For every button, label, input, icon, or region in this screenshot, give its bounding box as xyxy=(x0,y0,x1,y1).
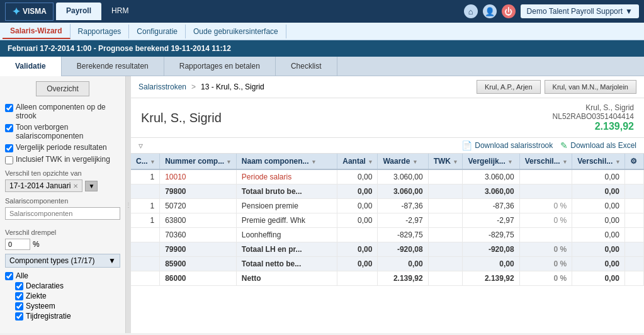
col-header-naam[interactable]: Naam componen... ▾ xyxy=(236,154,337,169)
salariscomponenten-input[interactable] xyxy=(5,207,120,220)
filter-ziekte-checkbox[interactable] xyxy=(15,292,23,300)
col-header-num[interactable]: Nummer comp... ▾ xyxy=(160,154,237,169)
filter-declaraties-label: Declaraties xyxy=(26,281,64,290)
component-types-dropdown-icon: ▼ xyxy=(108,256,116,265)
col-header-verschil1[interactable]: Verschil... ▾ xyxy=(519,154,572,169)
tab-validatie[interactable]: Validatie xyxy=(0,57,62,76)
sub-nav-configuratie[interactable]: Configuratie xyxy=(129,25,186,38)
visma-logo: ✦ VISMA xyxy=(5,3,54,21)
table-row: 85900 Totaal netto be... 0,00 0,00 0,00 … xyxy=(131,257,644,271)
resize-handle[interactable]: ⋮ xyxy=(126,76,131,333)
breadcrumb-separator: > xyxy=(191,82,196,91)
download-salaris-button[interactable]: 📄 Download salarisstrook xyxy=(461,140,553,150)
filter-declaraties-checkbox[interactable] xyxy=(15,282,23,290)
tabs-bar: Validatie Berekende resultaten Rapportag… xyxy=(0,57,644,76)
cell-naam: Loonheffing xyxy=(236,228,337,242)
tab-checklist[interactable]: Checklist xyxy=(276,57,337,76)
prev-person-button[interactable]: Krul, A.P., Arjen xyxy=(477,80,541,94)
cell-twk xyxy=(428,169,463,185)
cell-vergel: 3.060,00 xyxy=(463,169,519,185)
filter-ziekte-label: Ziekte xyxy=(26,292,47,300)
tab-berekende-resultaten[interactable]: Berekende resultaten xyxy=(62,57,164,76)
breadcrumb-current: 13 - Krul, S., Sigrid xyxy=(201,82,264,91)
cell-aantal: 0,00 xyxy=(337,242,378,257)
overzicht-button[interactable]: Overzicht xyxy=(36,81,89,96)
filter-alle-checkbox[interactable] xyxy=(5,272,13,280)
drempel-unit: % xyxy=(33,240,40,249)
cell-aantal xyxy=(337,271,378,286)
checkbox-vergelijk-label: Vergelijk periode resultaten xyxy=(16,143,107,152)
power-icon[interactable]: ⏻ xyxy=(502,4,516,18)
person-info-line2: NL52RABO0351404414 xyxy=(553,112,634,121)
col-header-waarde[interactable]: Waarde ▾ xyxy=(378,154,428,169)
checkbox-vergelijk: Vergelijk periode resultaten xyxy=(5,143,120,152)
verschil-drempel-label: Verschil drempel xyxy=(5,229,120,236)
filter-section: Alle Declaraties Ziekte Systeem Tijdregi… xyxy=(5,271,120,321)
cell-naam: Pensioen premie xyxy=(236,199,337,213)
cell-verschil2: 0,00 xyxy=(572,185,625,199)
drempel-input[interactable] xyxy=(5,239,30,250)
filter-tijdregistratie-checkbox[interactable] xyxy=(15,312,23,321)
cell-c xyxy=(131,185,160,199)
top-navigation: ✦ VISMA Payroll HRM ⌂ 👤 ⏻ Demo Talent Pa… xyxy=(0,0,644,23)
checkbox-vergelijk-input[interactable] xyxy=(5,144,13,152)
data-table: C... ▾ Nummer comp... ▾ Naam componen...… xyxy=(131,154,644,333)
component-types-button[interactable]: Component types (17/17) ▼ xyxy=(5,254,120,268)
cell-gear xyxy=(624,169,643,185)
tab-hrm[interactable]: HRM xyxy=(101,3,138,20)
person-header: Krul, S., Sigrid Krul, S., Sigrid NL52RA… xyxy=(131,98,644,138)
breadcrumb-parent[interactable]: Salarisstroken xyxy=(138,82,186,91)
logo-text: VISMA xyxy=(23,7,47,16)
tab-rapportages-betalen[interactable]: Rapportages en betalen xyxy=(164,57,276,76)
col-header-twk[interactable]: TWK ▾ xyxy=(428,154,463,169)
checkbox-inclusief-twk-input[interactable] xyxy=(5,156,13,164)
cell-naam: Netto xyxy=(236,271,337,286)
cell-c xyxy=(131,271,160,286)
cell-verschil2: 0,00 xyxy=(572,271,625,286)
date-dropdown-button[interactable]: ▼ xyxy=(85,181,98,191)
checkbox-toon-verborgen: Toon verborgen salariscomponenten xyxy=(5,123,120,140)
cell-c xyxy=(131,242,160,257)
cell-naam: Periode salaris xyxy=(236,169,337,185)
main-content: Overzicht Alleen componenten op de stroo… xyxy=(0,76,644,333)
cell-gear xyxy=(624,185,643,199)
col-header-c[interactable]: C... ▾ xyxy=(131,154,160,169)
tab-payroll[interactable]: Payroll xyxy=(56,3,101,20)
cell-aantal: 0,00 xyxy=(337,199,378,213)
dropdown-icon[interactable]: ▼ xyxy=(625,7,633,16)
cell-num: 50720 xyxy=(160,199,237,213)
sub-nav-salaris-wizard[interactable]: Salaris-Wizard xyxy=(3,24,71,39)
cell-verschil1: 0 % xyxy=(519,257,572,271)
filter-systeem-checkbox[interactable] xyxy=(15,302,23,310)
date-badge: 17-1-2014 Januari ✕ xyxy=(5,179,82,192)
filter-alle-label: Alle xyxy=(16,271,28,280)
nav-buttons: Krul, A.P., Arjen Krul, van M.N., Marjol… xyxy=(477,80,636,94)
cell-vergel: 0,00 xyxy=(463,257,519,271)
download-excel-button[interactable]: ✎ Download als Excel xyxy=(560,140,636,150)
salariscomponenten-label: Salariscomponenten xyxy=(5,197,120,205)
checkbox-toon-verborgen-input[interactable] xyxy=(5,124,13,132)
cell-twk xyxy=(428,228,463,242)
cell-num: 86000 xyxy=(160,271,237,286)
col-header-verschil2[interactable]: Verschil... ▾ xyxy=(572,154,625,169)
next-person-button[interactable]: Krul, van M.N., Marjolein xyxy=(545,80,636,94)
users-icon[interactable]: 👤 xyxy=(483,4,497,18)
house-icon[interactable]: ⌂ xyxy=(464,4,478,18)
demo-label-text: Demo Talent Payroll Support xyxy=(527,7,623,16)
sub-nav-rapportages[interactable]: Rapportages xyxy=(71,25,130,38)
col-header-aantal[interactable]: Aantal ▾ xyxy=(337,154,378,169)
person-info: Krul, S., Sigrid NL52RABO0351404414 2.13… xyxy=(553,103,634,132)
filter-declaraties: Declaraties xyxy=(15,281,120,290)
cell-verschil2: 0,00 xyxy=(572,169,625,185)
table-row: 70360 Loonheffing -829,75 -829,75 0,00 xyxy=(131,228,644,242)
col-header-vergelijk[interactable]: Vergelijk... ▾ xyxy=(463,154,519,169)
table-row: 1 10010 Periode salaris 0,00 3.060,00 3.… xyxy=(131,169,644,185)
filter-icon[interactable]: ▿ xyxy=(138,140,143,150)
checkbox-alleen-componenten-input[interactable] xyxy=(5,104,13,112)
col-header-gear[interactable]: ⚙ xyxy=(624,154,643,169)
date-clear-button[interactable]: ✕ xyxy=(73,183,78,190)
cell-vergel: -2,97 xyxy=(463,213,519,228)
filter-alle: Alle xyxy=(5,271,120,280)
download-excel-label: Download als Excel xyxy=(570,141,636,150)
sub-nav-oude-interface[interactable]: Oude gebruikersinterface xyxy=(186,25,286,38)
